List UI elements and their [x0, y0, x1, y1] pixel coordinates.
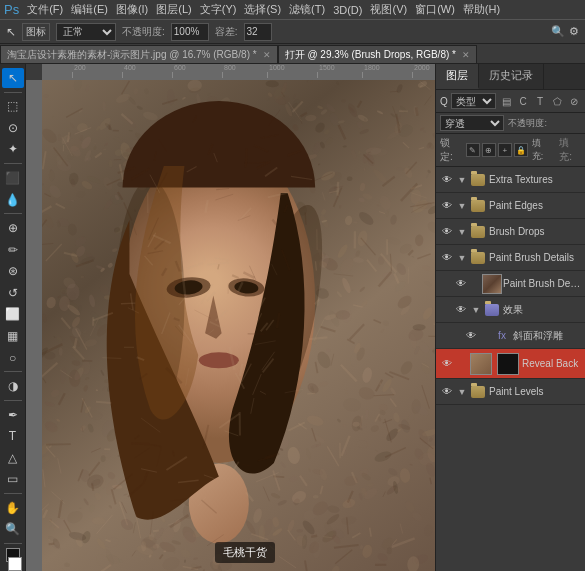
color-swatches	[4, 548, 22, 571]
toolbar: ↖ ⬚ ⊙ ✦ ⬛ 💧 ⊕ ✏ ⊛ ↺ ⬜ ▦ ○ ◑ ✒ T △ ▭ ✋ 🔍	[0, 64, 26, 571]
menu-filter[interactable]: 滤镜(T)	[289, 2, 325, 17]
eye-paint-brush-details-layer[interactable]: 👁	[454, 277, 468, 291]
layer-paint-brush-details-layer[interactable]: 👁 Paint Brush Details	[436, 271, 585, 297]
menu-edit[interactable]: 编辑(E)	[71, 2, 108, 17]
filter-icon-4[interactable]: ⬠	[550, 94, 564, 108]
tool-hand[interactable]: ✋	[2, 498, 24, 518]
layer-name-effects: 效果	[503, 303, 581, 317]
tool-wand[interactable]: ✦	[2, 140, 24, 160]
tab-0[interactable]: 淘宝店设计素雅的素材-演示图片.jpg @ 16.7% (RGB/8) * ✕	[0, 45, 278, 63]
tool-blur[interactable]: ○	[2, 348, 24, 368]
tool-path[interactable]: △	[2, 448, 24, 468]
tool-move[interactable]: ↖	[2, 68, 24, 88]
layer-paint-brush-details-group[interactable]: 👁 ▼ Paint Brush Details	[436, 245, 585, 271]
layer-extra-textures[interactable]: 👁 ▼ Extra Textures	[436, 167, 585, 193]
tool-eraser[interactable]: ⬜	[2, 305, 24, 325]
tolerance-label: 容差:	[215, 25, 238, 39]
menu-help[interactable]: 帮助(H)	[463, 2, 500, 17]
blend-mode-select[interactable]: 正常	[56, 23, 116, 41]
tab-0-close[interactable]: ✕	[263, 50, 271, 60]
layer-brush-drops[interactable]: 👁 ▼ Brush Drops	[436, 219, 585, 245]
expand-none-3	[457, 357, 467, 371]
layer-bevel-emboss[interactable]: 👁 fx 斜面和浮雕	[436, 323, 585, 349]
expand-extra-textures[interactable]: ▼	[457, 173, 467, 187]
expand-paint-edges[interactable]: ▼	[457, 199, 467, 213]
tool-gradient[interactable]: ▦	[2, 326, 24, 346]
filter-q-icon: Q	[440, 96, 448, 107]
background-color[interactable]	[8, 557, 22, 571]
eye-extra-textures[interactable]: 👁	[440, 173, 454, 187]
layer-name-extra-textures: Extra Textures	[489, 174, 581, 185]
app-icon: Ps	[4, 2, 19, 17]
menu-window[interactable]: 窗口(W)	[415, 2, 455, 17]
tool-shape[interactable]: ▭	[2, 470, 24, 490]
thumb-reveal-back-face	[470, 353, 492, 375]
tool-clone[interactable]: ⊛	[2, 261, 24, 281]
filter-type-select[interactable]: 类型	[451, 93, 496, 109]
tab-history[interactable]: 历史记录	[479, 64, 544, 89]
panel-filter-row: Q 类型 ▤ C T ⬠ ⊘	[436, 90, 585, 113]
tab-layers[interactable]: 图层	[436, 64, 479, 89]
tool-dodge[interactable]: ◑	[2, 376, 24, 396]
menu-file[interactable]: 文件(F)	[27, 2, 63, 17]
portrait-canvas	[42, 80, 435, 571]
ruler-tick-1200: 1500	[317, 72, 318, 78]
menu-3d[interactable]: 3D(D)	[333, 4, 362, 16]
layer-paint-edges[interactable]: 👁 ▼ Paint Edges	[436, 193, 585, 219]
lock-all-icon[interactable]: 🔒	[514, 143, 528, 157]
lock-paint-icon[interactable]: ✎	[466, 143, 480, 157]
tool-heal[interactable]: ⊕	[2, 218, 24, 238]
expand-brush-drops[interactable]: ▼	[457, 225, 467, 239]
filter-icon-5[interactable]: ⊘	[567, 94, 581, 108]
tool-history[interactable]: ↺	[2, 283, 24, 303]
tool-divider-2	[4, 163, 22, 164]
filter-icon-1[interactable]: ▤	[499, 94, 513, 108]
filter-icon-3[interactable]: T	[533, 94, 547, 108]
tab-1-close[interactable]: ✕	[462, 50, 470, 60]
opacity-row-label: 不透明度:	[508, 117, 547, 130]
folder-icon-effects	[484, 302, 500, 318]
lock-pixels-icon[interactable]: ⊕	[482, 143, 496, 157]
tool-lasso[interactable]: ⊙	[2, 118, 24, 138]
lock-position-icon[interactable]: +	[498, 143, 512, 157]
layer-reveal-back[interactable]: 👁 Reveal Back	[436, 349, 585, 379]
expand-effects[interactable]: ▼	[471, 303, 481, 317]
filter-icon-2[interactable]: C	[516, 94, 530, 108]
tool-zoom[interactable]: 🔍	[2, 520, 24, 540]
opacity-input[interactable]	[171, 23, 209, 41]
menu-layer[interactable]: 图层(L)	[156, 2, 191, 17]
eye-brush-drops[interactable]: 👁	[440, 225, 454, 239]
tool-marquee[interactable]: ⬚	[2, 96, 24, 116]
tool-pen[interactable]: ✒	[2, 405, 24, 425]
tolerance-input[interactable]	[244, 23, 272, 41]
tab-bar: 淘宝店设计素雅的素材-演示图片.jpg @ 16.7% (RGB/8) * ✕ …	[0, 44, 585, 64]
expand-paint-levels[interactable]: ▼	[457, 385, 467, 399]
expand-none-1	[471, 277, 481, 291]
layer-blend-select[interactable]: 穿透 正常 正片叠底	[440, 115, 504, 131]
menu-view[interactable]: 视图(V)	[370, 2, 407, 17]
layer-effects-group[interactable]: 👁 ▼ 效果	[436, 297, 585, 323]
watermark: 毛桃干货	[215, 542, 275, 563]
thumb-reveal-back-mask	[497, 353, 519, 375]
eye-paint-edges[interactable]: 👁	[440, 199, 454, 213]
layer-name-bevel-emboss: 斜面和浮雕	[513, 329, 581, 343]
eye-effects[interactable]: 👁	[454, 303, 468, 317]
tool-brush[interactable]: ✏	[2, 240, 24, 260]
ruler-tick-400: 400	[122, 72, 123, 78]
layer-paint-levels[interactable]: 👁 ▼ Paint Levels	[436, 379, 585, 405]
eye-paint-brush-details-group[interactable]: 👁	[440, 251, 454, 265]
menu-type[interactable]: 文字(Y)	[200, 2, 237, 17]
eye-paint-levels[interactable]: 👁	[440, 385, 454, 399]
expand-paint-brush-details[interactable]: ▼	[457, 251, 467, 265]
tool-crop[interactable]: ⬛	[2, 168, 24, 188]
tool-text[interactable]: T	[2, 426, 24, 446]
menu-image[interactable]: 图像(I)	[116, 2, 148, 17]
tool-divider-3	[4, 213, 22, 214]
lock-row: 锁定: ✎ ⊕ + 🔒 填充: 填充:	[436, 134, 585, 167]
menu-select[interactable]: 选择(S)	[244, 2, 281, 17]
eye-bevel[interactable]: 👁	[464, 329, 478, 343]
right-panel: 图层 历史记录 Q 类型 ▤ C T ⬠ ⊘ 穿透 正常 正片叠底 不透明度:	[435, 64, 585, 571]
eye-reveal-back[interactable]: 👁	[440, 357, 454, 371]
tab-1[interactable]: 打开 @ 29.3% (Brush Drops, RGB/8) * ✕	[278, 45, 477, 63]
tool-eyedropper[interactable]: 💧	[2, 190, 24, 210]
